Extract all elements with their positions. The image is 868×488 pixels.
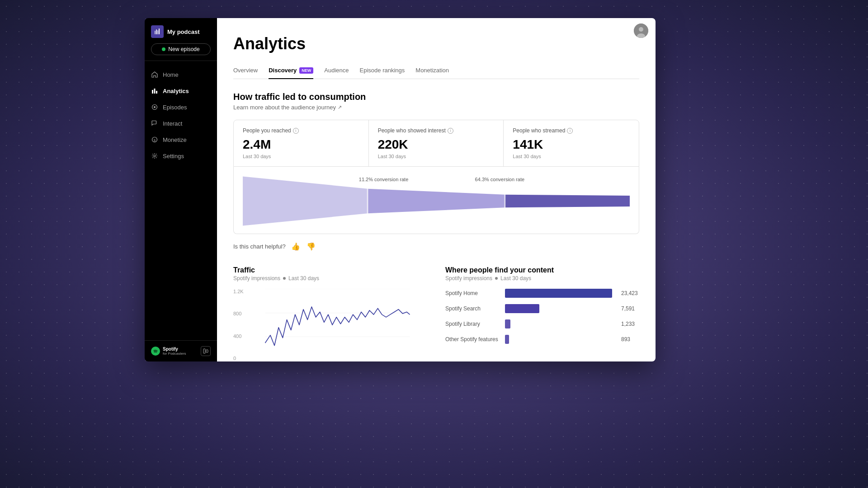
sidebar-item-monetize-label: Monetize bbox=[163, 136, 187, 143]
bar-track-spotify-library bbox=[505, 319, 612, 328]
funnel-chart: 11.2% conversion rate 64.3% conversion r… bbox=[243, 174, 630, 228]
bar-row-spotify-search: Spotify Search 7,591 bbox=[445, 304, 639, 313]
bar-value-spotify-home: 23,423 bbox=[621, 290, 639, 296]
stat-interest-value: 220K bbox=[378, 137, 495, 152]
sidebar-item-home[interactable]: Home bbox=[145, 66, 217, 83]
spotify-sub-text: for Podcasters bbox=[163, 352, 186, 356]
bar-value-spotify-library: 1,233 bbox=[621, 321, 639, 327]
conversion-rate-2: 64.3% conversion rate bbox=[475, 177, 524, 182]
line-chart-svg bbox=[248, 289, 427, 361]
sidebar-nav: Home Analytics bbox=[145, 61, 217, 340]
new-episode-label: New episode bbox=[168, 46, 199, 52]
sidebar-item-interact[interactable]: Interact bbox=[145, 115, 217, 131]
sidebar-item-episodes[interactable]: Episodes bbox=[145, 99, 217, 115]
content-area: Analytics Overview Discovery NEW Audienc… bbox=[217, 18, 656, 361]
stat-interest-label: People who showed interest i bbox=[378, 127, 495, 134]
stat-card-streamed: People who streamed i 141K Last 30 days bbox=[504, 120, 639, 166]
svg-rect-4 bbox=[152, 90, 153, 94]
interact-icon bbox=[151, 120, 158, 127]
analytics-icon bbox=[151, 87, 158, 94]
y-label-1200: 1.2K bbox=[233, 289, 244, 294]
bar-track-other-spotify bbox=[505, 335, 612, 344]
section-title: How traffic led to consumption bbox=[233, 92, 639, 102]
y-label-400: 400 bbox=[233, 333, 244, 339]
tab-episode-rankings[interactable]: Episode rankings bbox=[360, 62, 405, 79]
line-chart: 1.2K 800 400 0 bbox=[233, 289, 427, 361]
bar-fill-spotify-search bbox=[505, 304, 539, 313]
tab-episode-rankings-label: Episode rankings bbox=[360, 67, 405, 74]
page-title: Analytics bbox=[233, 34, 639, 53]
thumbs-up-button[interactable]: 👍 bbox=[290, 241, 301, 252]
y-label-800: 800 bbox=[233, 311, 244, 316]
bar-track-spotify-search bbox=[505, 304, 612, 313]
user-avatar[interactable] bbox=[634, 23, 648, 38]
stat-reached-info-icon[interactable]: i bbox=[293, 128, 299, 134]
stat-streamed-label: People who streamed i bbox=[513, 127, 630, 134]
sidebar: My podcast New episode Home bbox=[145, 18, 217, 361]
bar-row-spotify-home: Spotify Home 23,423 bbox=[445, 289, 639, 298]
stat-reached-value: 2.4M bbox=[243, 137, 359, 152]
sidebar-collapse-button[interactable] bbox=[201, 346, 211, 356]
new-episode-button[interactable]: New episode bbox=[151, 43, 211, 55]
sidebar-item-analytics[interactable]: Analytics bbox=[145, 83, 217, 99]
new-episode-dot bbox=[162, 47, 165, 51]
tab-discovery-label: Discovery bbox=[269, 67, 297, 74]
tab-discovery[interactable]: Discovery NEW bbox=[269, 62, 313, 79]
bar-fill-spotify-library bbox=[505, 319, 510, 328]
tab-monetization[interactable]: Monetization bbox=[415, 62, 449, 79]
bar-label-spotify-home: Spotify Home bbox=[445, 290, 500, 296]
episodes-icon bbox=[151, 103, 158, 111]
conversion-rate-1: 11.2% conversion rate bbox=[359, 177, 408, 182]
bar-value-spotify-search: 7,591 bbox=[621, 305, 639, 312]
svg-rect-2 bbox=[157, 30, 158, 34]
tab-overview[interactable]: Overview bbox=[233, 62, 258, 79]
svg-rect-12 bbox=[203, 349, 205, 353]
traffic-section: Traffic Spotify impressions Last 30 days… bbox=[233, 266, 427, 361]
bar-label-spotify-search: Spotify Search bbox=[445, 305, 500, 312]
stat-streamed-value: 141K bbox=[513, 137, 630, 152]
podcast-brand: My podcast bbox=[151, 25, 211, 38]
tab-audience[interactable]: Audience bbox=[324, 62, 349, 79]
bullet-icon bbox=[283, 277, 286, 280]
podcast-name: My podcast bbox=[167, 28, 200, 35]
stat-reached-label: People you reached i bbox=[243, 127, 359, 134]
discovery-new-badge: NEW bbox=[299, 67, 313, 74]
spotify-main-text: Spotify bbox=[163, 347, 186, 352]
sidebar-header: My podcast New episode bbox=[145, 18, 217, 61]
stat-interest-info-icon[interactable]: i bbox=[448, 128, 453, 134]
spotify-brand-text: Spotify for Podcasters bbox=[163, 347, 186, 356]
stat-streamed-info-icon[interactable]: i bbox=[567, 128, 573, 134]
sidebar-item-home-label: Home bbox=[163, 71, 179, 78]
main-header bbox=[634, 23, 648, 38]
spotify-logo-icon bbox=[151, 347, 160, 356]
svg-rect-6 bbox=[156, 91, 157, 94]
bar-label-other-spotify: Other Spotify features bbox=[445, 336, 500, 343]
feedback-label: Is this chart helpful? bbox=[233, 243, 286, 250]
where-find-bullet bbox=[495, 277, 498, 280]
svg-point-8 bbox=[154, 106, 156, 108]
svg-point-11 bbox=[154, 155, 156, 157]
traffic-subtitle: Spotify impressions Last 30 days bbox=[233, 275, 427, 282]
bar-row-spotify-library: Spotify Library 1,233 bbox=[445, 319, 639, 328]
chart-area bbox=[248, 289, 427, 361]
stat-card-reached: People you reached i 2.4M Last 30 days bbox=[234, 120, 369, 166]
sidebar-item-analytics-label: Analytics bbox=[163, 88, 189, 94]
sidebar-item-settings[interactable]: Settings bbox=[145, 148, 217, 164]
stats-row: People you reached i 2.4M Last 30 days P… bbox=[233, 120, 639, 167]
stat-streamed-period: Last 30 days bbox=[513, 154, 630, 159]
where-find-title: Where people find your content bbox=[445, 266, 639, 274]
tab-overview-label: Overview bbox=[233, 67, 258, 74]
sidebar-item-monetize[interactable]: $ Monetize bbox=[145, 131, 217, 148]
section-subtitle: Learn more about the audience journey ↗ bbox=[233, 104, 639, 111]
bottom-grid: Traffic Spotify impressions Last 30 days… bbox=[233, 266, 639, 361]
bar-row-other-spotify: Other Spotify features 893 bbox=[445, 335, 639, 344]
stat-reached-period: Last 30 days bbox=[243, 154, 359, 159]
svg-rect-13 bbox=[206, 350, 208, 352]
svg-rect-0 bbox=[155, 31, 156, 34]
main-content: Analytics Overview Discovery NEW Audienc… bbox=[217, 18, 656, 361]
funnel-svg bbox=[243, 174, 630, 228]
where-find-section: Where people find your content Spotify i… bbox=[445, 266, 639, 361]
thumbs-down-button[interactable]: 👎 bbox=[306, 241, 316, 252]
home-icon bbox=[151, 71, 158, 78]
where-find-subtitle: Spotify impressions Last 30 days bbox=[445, 275, 639, 282]
